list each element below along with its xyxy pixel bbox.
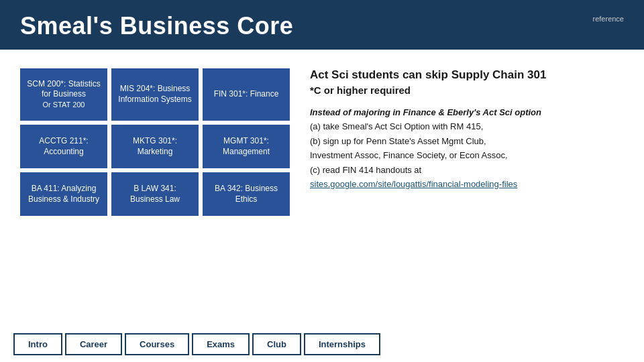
info-item-b2: Investment Assoc, Finance Society, or Ec… — [310, 150, 508, 160]
info-body-intro: Instead of majoring in Finance & Eberly'… — [310, 107, 541, 117]
grid-cell-mktg: MKTG 301*: Marketing — [111, 125, 199, 168]
grid-cell-fin: FIN 301*: Finance — [203, 68, 290, 121]
grid-cell-mis: MIS 204*: Business Information Systems — [111, 68, 199, 121]
grid-cell-blaw: B LAW 341: Business Law — [111, 172, 199, 216]
grid-cell-acctg: ACCTG 211*: Accounting — [20, 125, 107, 168]
grid-cell-ba411: BA 411: Analyzing Business & Industry — [20, 172, 107, 216]
footer-nav: Intro Career Courses Exams Club Internsh… — [0, 328, 644, 362]
nav-btn-courses[interactable]: Courses — [125, 333, 189, 355]
nav-btn-intro[interactable]: Intro — [13, 333, 62, 355]
nav-btn-exams[interactable]: Exams — [192, 333, 250, 355]
header: Smeal's Business Core reference — [0, 0, 644, 50]
main-content: SCM 200*: Statistics for BusinessOr STAT… — [0, 50, 644, 223]
info-panel: Act Sci students can skip Supply Chain 3… — [310, 68, 624, 216]
grid-cell-scm: SCM 200*: Statistics for BusinessOr STAT… — [20, 68, 107, 121]
info-item-b: (b) sign up for Penn State's Asset Mgmt … — [310, 136, 486, 146]
grid-cell-mgmt: MGMT 301*: Management — [203, 125, 290, 168]
page-title: Smeal's Business Core — [20, 12, 293, 40]
info-item-c: (c) read FIN 414 handouts at — [310, 165, 421, 175]
nav-btn-club[interactable]: Club — [252, 333, 301, 355]
info-body: Instead of majoring in Finance & Eberly'… — [310, 105, 624, 192]
reference-label: reference — [593, 15, 624, 23]
course-grid: SCM 200*: Statistics for BusinessOr STAT… — [20, 68, 290, 216]
info-link[interactable]: sites.google.com/site/lougattis/financia… — [310, 179, 517, 189]
grid-cell-ba342: BA 342: Business Ethics — [203, 172, 290, 216]
info-item-a: (a) take Smeal's Act Sci Option with RM … — [310, 121, 483, 131]
info-subheading: *C or higher required — [310, 84, 624, 96]
nav-btn-career[interactable]: Career — [65, 333, 122, 355]
nav-btn-internships[interactable]: Internships — [304, 333, 380, 355]
info-heading: Act Sci students can skip Supply Chain 3… — [310, 68, 624, 82]
